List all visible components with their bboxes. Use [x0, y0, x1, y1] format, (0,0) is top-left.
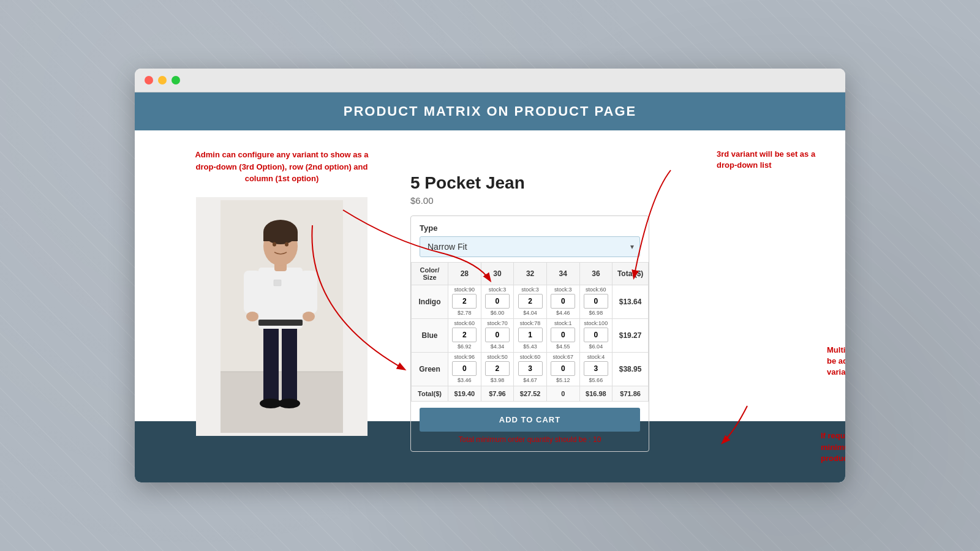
total-col-32: $27.52 [514, 386, 547, 402]
qty-input-indigo-34[interactable] [551, 294, 575, 309]
qty-input-blue-36[interactable] [584, 328, 608, 342]
qty-input-indigo-32[interactable] [518, 294, 543, 309]
totals-row-label: Total($) [412, 386, 448, 402]
svg-rect-18 [274, 280, 281, 286]
page-title: PRODUCT MATRIX ON PRODUCT PAGE [146, 103, 834, 119]
header-bar: PRODUCT MATRIX ON PRODUCT PAGE [135, 92, 845, 130]
type-dropdown[interactable]: Narrow Fit Regular Fit Wide Fit [420, 236, 640, 257]
totals-row: Total($) $19.40 $7.96 $27.52 0 $16.98 $7… [412, 386, 649, 402]
stock-indigo-28: stock:90 [454, 287, 475, 293]
svg-rect-9 [300, 271, 317, 313]
stock-blue-30: stock:70 [487, 320, 508, 326]
annotation-bottom-right: If required, admin can also set minimum … [821, 430, 845, 464]
qty-input-indigo-36[interactable] [584, 294, 608, 309]
svg-rect-19 [258, 320, 303, 326]
col-header-28: 28 [448, 263, 481, 285]
price-blue-32: $5.43 [523, 343, 537, 350]
col-header-36: 36 [579, 263, 612, 285]
qty-input-blue-34[interactable] [551, 328, 575, 342]
dropdown-wrapper: Narrow Fit Regular Fit Wide Fit ▾ [420, 236, 640, 257]
product-price: $6.00 [410, 195, 815, 206]
total-indigo: $13.64 [612, 285, 649, 319]
price-indigo-36: $6.98 [589, 310, 603, 316]
qty-input-indigo-30[interactable] [485, 294, 510, 309]
price-green-34: $5.12 [556, 377, 570, 383]
stock-blue-36: stock:100 [584, 320, 608, 326]
price-blue-30: $4.34 [491, 343, 505, 350]
traffic-light-green[interactable] [172, 76, 180, 84]
price-blue-34: $4.55 [556, 343, 570, 350]
add-to-cart-button[interactable]: ADD TO CART [420, 408, 640, 432]
total-col-36: $16.98 [579, 386, 612, 402]
total-green: $38.95 [612, 353, 649, 386]
price-indigo-32: $4.04 [523, 310, 537, 316]
stock-green-36: stock:4 [587, 354, 605, 360]
stock-green-34: stock:67 [552, 354, 573, 360]
svg-rect-15 [263, 232, 298, 241]
product-matrix-box: Type Narrow Fit Regular Fit Wide Fit ▾ [410, 216, 649, 452]
svg-point-17 [285, 242, 288, 246]
traffic-light-yellow[interactable] [158, 76, 167, 84]
stock-blue-32: stock:78 [520, 320, 541, 326]
stock-indigo-34: stock:3 [554, 287, 572, 293]
svg-point-16 [273, 242, 276, 246]
svg-point-11 [303, 312, 315, 321]
price-green-28: $3.46 [458, 377, 472, 383]
price-indigo-34: $4.46 [556, 310, 570, 316]
total-col-30: $7.96 [481, 386, 514, 402]
traffic-light-red[interactable] [145, 76, 153, 84]
browser-window: PRODUCT MATRIX ON PRODUCT PAGE Admin can… [135, 69, 845, 482]
price-green-32: $4.67 [523, 377, 537, 383]
browser-titlebar [135, 69, 845, 92]
total-col-28: $19.40 [448, 386, 481, 402]
row-label-indigo: Indigo [412, 285, 448, 319]
matrix-table: Color/Size 28 30 32 34 36 Total($) [411, 262, 649, 402]
qty-input-blue-28[interactable] [452, 328, 477, 342]
qty-input-green-34[interactable] [551, 361, 575, 376]
annotation-mid-right: Multiple product quantity can be added f… [827, 345, 845, 378]
stock-indigo-32: stock:3 [521, 287, 539, 293]
stock-green-32: stock:60 [520, 354, 541, 360]
qty-input-indigo-28[interactable] [452, 294, 477, 309]
total-blue: $19.27 [612, 319, 649, 353]
row-label-blue: Blue [412, 319, 448, 353]
stock-blue-34: stock:1 [554, 320, 572, 326]
svg-rect-8 [244, 271, 261, 313]
svg-point-6 [278, 399, 300, 408]
table-row: Indigo stock:90 $2.78 [412, 285, 649, 319]
qty-input-green-30[interactable] [485, 361, 510, 376]
product-title: 5 Pocket Jean [410, 173, 815, 193]
svg-rect-4 [282, 323, 297, 402]
min-order-note: Total minimum order quantity should be :… [411, 435, 649, 451]
col-header-30: 30 [481, 263, 514, 285]
qty-input-blue-30[interactable] [485, 328, 510, 342]
table-row: Blue stock:60 $6.92 [412, 319, 649, 353]
qty-input-blue-32[interactable] [518, 328, 543, 342]
table-row: Green stock:96 $3.46 [412, 353, 649, 386]
price-indigo-30: $6.00 [491, 310, 505, 316]
type-section: Type Narrow Fit Regular Fit Wide Fit ▾ [411, 216, 649, 262]
col-header-total: Total($) [612, 263, 649, 285]
qty-input-green-32[interactable] [518, 361, 543, 376]
row-label-green: Green [412, 353, 448, 386]
stock-green-30: stock:50 [487, 354, 508, 360]
person-illustration [221, 200, 343, 433]
total-col-34: 0 [546, 386, 579, 402]
annotation-top-right: 3rd variant will be set as a drop-down l… [717, 149, 833, 171]
svg-rect-3 [263, 323, 279, 402]
price-blue-28: $6.92 [458, 343, 472, 350]
total-grand: $71.86 [612, 386, 649, 402]
price-green-30: $3.98 [491, 377, 505, 383]
svg-point-10 [246, 312, 258, 321]
col-header-row-label: Color/Size [412, 263, 448, 285]
col-header-32: 32 [514, 263, 547, 285]
qty-input-green-28[interactable] [452, 361, 477, 376]
stock-blue-28: stock:60 [454, 320, 475, 326]
stock-indigo-30: stock:3 [489, 287, 507, 293]
annotation-left: Admin can configure any variant to show … [190, 149, 374, 185]
type-label: Type [420, 223, 640, 233]
col-header-34: 34 [546, 263, 579, 285]
qty-input-green-36[interactable] [584, 361, 608, 376]
product-image-container [196, 197, 368, 436]
stock-green-28: stock:96 [454, 354, 475, 360]
